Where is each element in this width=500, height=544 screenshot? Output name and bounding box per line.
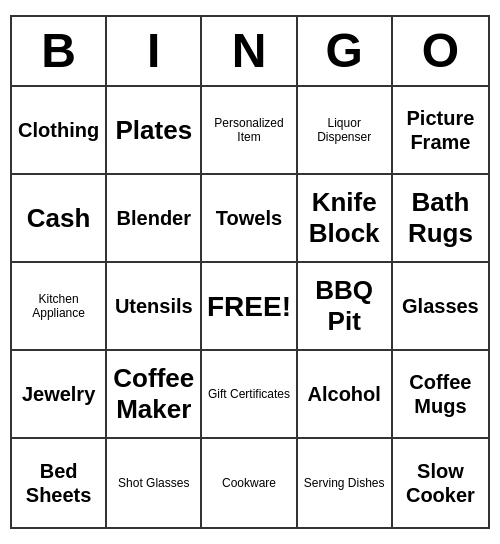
cell-text-8: Knife Block	[302, 187, 387, 249]
bingo-cell-4: Picture Frame	[393, 87, 488, 175]
bingo-cell-5: Cash	[12, 175, 107, 263]
bingo-card: BINGO ClothingPlatesPersonalized ItemLiq…	[10, 15, 490, 530]
cell-text-7: Towels	[216, 206, 282, 230]
cell-text-14: Glasses	[402, 294, 479, 318]
cell-text-21: Shot Glasses	[118, 476, 189, 490]
cell-text-9: Bath Rugs	[397, 187, 484, 249]
bingo-cell-12: FREE!	[202, 263, 297, 351]
bingo-cell-19: Coffee Mugs	[393, 351, 488, 439]
bingo-cell-22: Cookware	[202, 439, 297, 527]
cell-text-24: Slow Cooker	[397, 459, 484, 507]
cell-text-2: Personalized Item	[206, 116, 291, 145]
bingo-cell-8: Knife Block	[298, 175, 393, 263]
bingo-cell-0: Clothing	[12, 87, 107, 175]
cell-text-6: Blender	[117, 206, 191, 230]
bingo-cell-23: Serving Dishes	[298, 439, 393, 527]
cell-text-12: FREE!	[207, 290, 291, 324]
bingo-letter-N: N	[202, 17, 297, 86]
bingo-cell-3: Liquor Dispenser	[298, 87, 393, 175]
cell-text-16: Coffee Maker	[111, 363, 196, 425]
cell-text-18: Alcohol	[308, 382, 381, 406]
cell-text-22: Cookware	[222, 476, 276, 490]
cell-text-20: Bed Sheets	[16, 459, 101, 507]
bingo-header: BINGO	[12, 17, 488, 88]
bingo-cell-15: Jewelry	[12, 351, 107, 439]
bingo-cell-1: Plates	[107, 87, 202, 175]
bingo-letter-I: I	[107, 17, 202, 86]
bingo-letter-G: G	[298, 17, 393, 86]
cell-text-5: Cash	[27, 203, 91, 234]
cell-text-4: Picture Frame	[397, 106, 484, 154]
cell-text-19: Coffee Mugs	[397, 370, 484, 418]
bingo-cell-2: Personalized Item	[202, 87, 297, 175]
bingo-cell-13: BBQ Pit	[298, 263, 393, 351]
cell-text-23: Serving Dishes	[304, 476, 385, 490]
bingo-cell-11: Utensils	[107, 263, 202, 351]
bingo-cell-17: Gift Certificates	[202, 351, 297, 439]
bingo-cell-16: Coffee Maker	[107, 351, 202, 439]
cell-text-17: Gift Certificates	[208, 387, 290, 401]
bingo-letter-O: O	[393, 17, 488, 86]
bingo-cell-7: Towels	[202, 175, 297, 263]
bingo-cell-20: Bed Sheets	[12, 439, 107, 527]
bingo-cell-6: Blender	[107, 175, 202, 263]
cell-text-1: Plates	[115, 115, 192, 146]
bingo-cell-10: Kitchen Appliance	[12, 263, 107, 351]
bingo-grid: ClothingPlatesPersonalized ItemLiquor Di…	[12, 87, 488, 527]
cell-text-11: Utensils	[115, 294, 193, 318]
bingo-cell-14: Glasses	[393, 263, 488, 351]
bingo-cell-18: Alcohol	[298, 351, 393, 439]
bingo-cell-9: Bath Rugs	[393, 175, 488, 263]
bingo-cell-24: Slow Cooker	[393, 439, 488, 527]
cell-text-0: Clothing	[18, 118, 99, 142]
bingo-letter-B: B	[12, 17, 107, 86]
cell-text-10: Kitchen Appliance	[16, 292, 101, 321]
cell-text-3: Liquor Dispenser	[302, 116, 387, 145]
bingo-cell-21: Shot Glasses	[107, 439, 202, 527]
cell-text-15: Jewelry	[22, 382, 95, 406]
cell-text-13: BBQ Pit	[302, 275, 387, 337]
